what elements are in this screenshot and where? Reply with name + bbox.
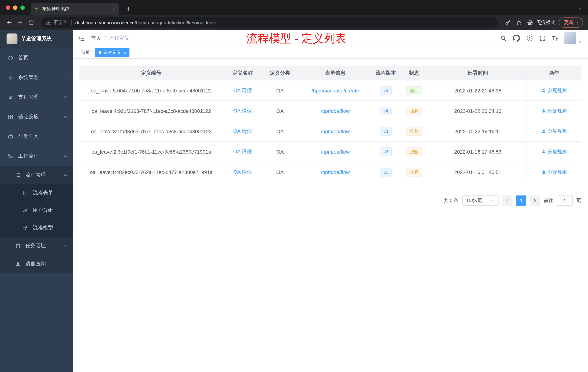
tab-search-chevron-icon[interactable]: [578, 7, 582, 11]
status-tag: 挂起: [406, 147, 422, 156]
sidebar-item-infrastructure[interactable]: 基础设施: [0, 107, 73, 127]
security-label[interactable]: 不安全: [53, 19, 68, 26]
form-link[interactable]: /bpm/oa/flow: [321, 169, 350, 175]
browser-tab[interactable]: 芋道管理系统 ×: [31, 3, 119, 15]
cell-definition-id: oa_leave:4:991f2193-7b7f-11ec-a3c8-acde4…: [79, 101, 223, 121]
definition-name-link[interactable]: OA 请假: [233, 148, 252, 155]
next-page-button[interactable]: [530, 196, 540, 206]
tab-close-icon[interactable]: ×: [112, 6, 116, 12]
font-size-icon[interactable]: TT: [552, 35, 558, 42]
grid-icon: [7, 114, 14, 120]
sidebar-item-label: 流程管理: [25, 172, 59, 178]
omnibox-divider: [71, 20, 72, 25]
password-key-icon[interactable]: [503, 17, 514, 28]
close-window-button[interactable]: [6, 5, 10, 10]
tags-view: 首页 流程定义 ×: [73, 47, 588, 59]
assign-rule-button[interactable]: 分配规则: [541, 128, 567, 134]
page-content: 定义编号 定义名称 定义分类 表单信息 流程版本 状态 部署时间 操作 oa_l…: [73, 59, 588, 372]
status-tag: 激活: [406, 86, 422, 95]
assign-rule-button[interactable]: 分配规则: [541, 108, 567, 114]
chevron-down-icon: [63, 115, 68, 119]
help-icon[interactable]: ?: [526, 35, 533, 42]
workflow-icon: [7, 153, 14, 159]
update-label: 更新: [564, 19, 573, 26]
sidebar-item-system-management[interactable]: 系统管理: [0, 68, 73, 87]
browser-update-button[interactable]: 更新: [559, 17, 583, 28]
version-tag: v5: [380, 86, 392, 95]
definition-name-link[interactable]: OA 请假: [233, 169, 252, 175]
sidebar-item-process-models[interactable]: 流程模型: [0, 219, 73, 237]
app-logo[interactable]: 芋道管理系统: [0, 30, 73, 48]
tag-home[interactable]: 首页: [78, 48, 93, 57]
minimize-window-button[interactable]: [13, 5, 17, 10]
sidebar-fold-icon[interactable]: [78, 34, 85, 42]
address-bar[interactable]: 不安全 dashboard.yudao.iocoder.cn/bpm/manag…: [41, 17, 498, 28]
svg-text:?: ?: [529, 36, 531, 40]
form-link[interactable]: /bpm/oa/flow: [321, 108, 350, 114]
cell-category: OA: [262, 162, 298, 182]
definition-name-link[interactable]: OA 请假: [233, 128, 252, 134]
sidebar-item-label: 流程模型: [33, 225, 68, 231]
paper-plane-icon: [22, 225, 28, 230]
cell-deploy-time: 2022-01-22 19:19:11: [429, 121, 526, 141]
assign-rule-button[interactable]: 分配规则: [541, 87, 567, 94]
page-number-button[interactable]: 1: [516, 196, 526, 206]
tag-active-dot: [99, 51, 101, 54]
page-url: dashboard.yudao.iocoder.cn/bpm/manager/d…: [75, 20, 217, 25]
sidebar-item-process-forms[interactable]: 流程表单: [0, 184, 73, 202]
kebab-menu-icon[interactable]: [575, 20, 581, 25]
prev-page-button[interactable]: [502, 196, 512, 206]
sidebar-item-task-management[interactable]: 任务管理: [0, 237, 73, 255]
definition-name-link[interactable]: OA 请假: [233, 87, 252, 94]
form-link[interactable]: /bpm/oa/flow: [321, 128, 350, 134]
tab-favicon-icon: [34, 7, 39, 12]
definition-name-link[interactable]: OA 请假: [233, 108, 252, 114]
form-link[interactable]: /bpm/oa/leave/create: [311, 88, 359, 93]
sidebar-item-user-groups[interactable]: 用户分组: [0, 202, 73, 219]
reload-button[interactable]: [25, 17, 36, 28]
goto-label: 前往: [544, 197, 553, 204]
sidebar-item-process-management[interactable]: 流程管理: [0, 166, 73, 184]
cell-deploy-time: 2022-01-22 21:48:38: [429, 80, 526, 100]
sidebar-item-dev-tools[interactable]: 研发工具: [0, 127, 73, 146]
github-icon[interactable]: [513, 34, 520, 42]
column-header: 表单信息: [298, 66, 372, 80]
sidebar-item-label: 任务管理: [25, 242, 59, 249]
column-header: 流程版本: [372, 66, 399, 80]
sidebar-item-leave-query[interactable]: 请假查询: [0, 255, 73, 273]
form-icon: [22, 190, 28, 196]
sidebar-item-payment-management[interactable]: ¥ 支付管理: [0, 87, 73, 107]
search-icon[interactable]: [500, 35, 506, 42]
status-tag: 挂起: [406, 127, 422, 136]
incognito-badge[interactable]: 无痕模式: [526, 19, 555, 26]
sidebar-item-label: 请假查询: [25, 261, 68, 267]
back-button[interactable]: [4, 17, 15, 28]
new-tab-button[interactable]: +: [124, 5, 133, 13]
breadcrumb-current: 流程定义: [109, 35, 129, 42]
goto-page-input[interactable]: [557, 196, 573, 206]
chevron-down-icon: [63, 75, 68, 80]
bookmark-star-icon[interactable]: [514, 17, 524, 28]
page-size-select[interactable]: 10条/页: [462, 196, 499, 206]
table-row: oa_leave:3:1fad3d93-7b75-11ec-a3c8-acde4…: [79, 121, 581, 142]
tag-close-icon[interactable]: ×: [123, 50, 126, 55]
avatar[interactable]: [564, 32, 576, 44]
incognito-icon: [526, 19, 534, 26]
version-tag: v2: [380, 147, 392, 156]
sidebar-item-workflow[interactable]: 工作流程: [0, 146, 73, 166]
version-tag: v4: [380, 107, 392, 115]
zoom-window-button[interactable]: [20, 5, 25, 10]
sidebar-item-label: 首页: [18, 55, 68, 61]
navbar: 首页 / 流程定义 流程模型 - 定义列表 ?: [73, 30, 588, 47]
assign-rule-button[interactable]: 分配规则: [541, 169, 567, 175]
sidebar-item-home[interactable]: 首页: [0, 48, 73, 68]
forward-button[interactable]: [15, 17, 25, 28]
main-area: 首页 / 流程定义 流程模型 - 定义列表 ?: [73, 30, 588, 372]
breadcrumb-home[interactable]: 首页: [91, 35, 101, 42]
version-tag: v3: [380, 127, 392, 136]
tag-process-definition[interactable]: 流程定义 ×: [95, 48, 129, 57]
user-menu[interactable]: [564, 32, 581, 44]
form-link[interactable]: /bpm/oa/flow: [321, 149, 350, 154]
assign-rule-button[interactable]: 分配规则: [541, 148, 567, 155]
fullscreen-icon[interactable]: [539, 35, 546, 42]
